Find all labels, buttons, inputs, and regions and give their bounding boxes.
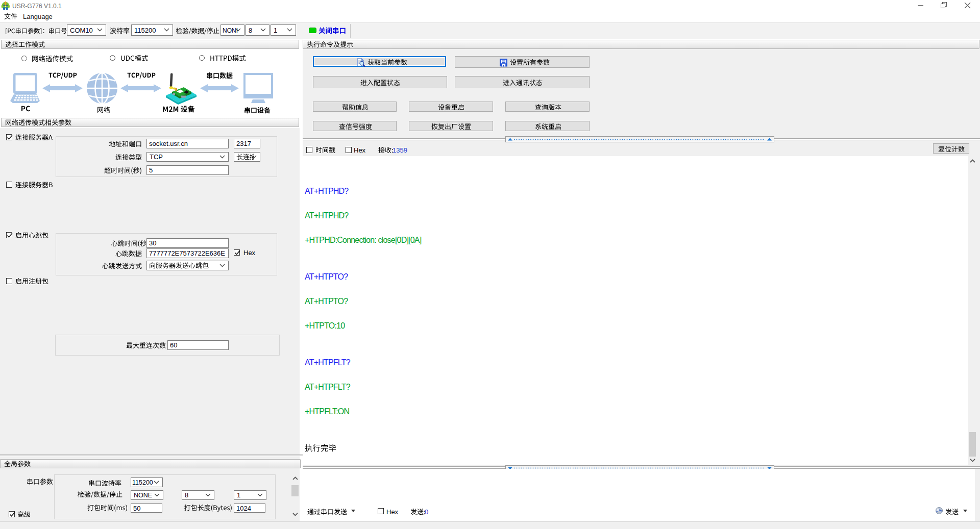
svg-text:USR-G776 V1.0.1: USR-G776 V1.0.1 [12,3,62,10]
svg-text:Language: Language [23,13,53,20]
